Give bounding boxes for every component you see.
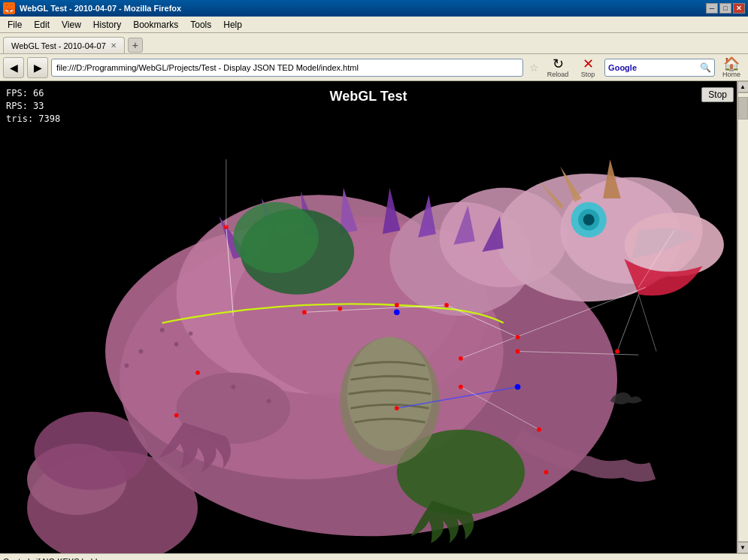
scrollbar-thumb[interactable] [738,97,748,120]
bookmark-star-button[interactable]: ☆ [526,59,541,77]
firefox-icon: 🦊 [3,2,15,14]
maximize-button[interactable]: □ [719,3,731,14]
menubar: File Edit View History Bookmarks Tools H… [0,17,748,33]
reload-icon: ↻ [553,57,564,71]
search-input[interactable] [638,60,698,75]
tabbar: WebGL Test - 2010-04-07 ✕ + [0,33,748,54]
svg-point-21 [347,337,432,450]
page-title: WebGL Test [329,89,407,104]
svg-point-24 [189,331,193,336]
stop-overlay-button[interactable]: Stop [701,87,734,102]
menu-tools[interactable]: Tools [184,18,217,32]
window-controls: ─ □ ✕ [706,3,745,14]
stats-overlay: FPS: 66 RPS: 33 tris: 7398 [6,87,60,125]
scroll-up-button[interactable]: ▲ [737,81,749,92]
active-tab[interactable]: WebGL Test - 2010-04-07 ✕ [3,37,125,53]
svg-point-39 [338,307,342,311]
tab-close-button[interactable]: ✕ [111,41,117,50]
menu-bookmarks[interactable]: Bookmarks [127,18,184,32]
rps-display: RPS: 33 [6,100,60,113]
new-tab-button[interactable]: + [128,38,143,53]
webgl-canvas[interactable]: FPS: 66 RPS: 33 tris: 7398 WebGL Test St… [0,81,737,553]
svg-point-52 [394,310,400,316]
svg-point-17 [233,202,318,274]
menu-view[interactable]: View [56,18,87,32]
url-bar[interactable] [51,59,523,77]
svg-point-27 [231,385,235,389]
google-logo: Google [608,63,637,72]
reload-label: Reload [547,71,569,78]
titlebar: 🦊 WebGL Test - 2010-04-07 - Mozilla Fire… [0,0,748,17]
svg-point-50 [174,413,179,418]
stop-button[interactable]: ✕ Stop [574,57,601,78]
back-icon: ◀ [10,62,18,74]
svg-point-44 [459,356,463,361]
forward-icon: ▶ [34,62,42,74]
window-title: WebGL Test - 2010-04-07 - Mozilla Firefo… [20,4,706,13]
svg-point-42 [516,335,520,340]
tris-display: tris: 7398 [6,113,60,126]
fps-display: FPS: 66 [6,87,60,100]
status-text: Controls if NO KEYS held: [3,557,99,561]
webgl-content: FPS: 66 RPS: 33 tris: 7398 WebGL Test St… [0,81,737,553]
minimize-button[interactable]: ─ [706,3,718,14]
svg-point-47 [459,385,463,389]
svg-point-40 [395,303,399,307]
menu-file[interactable]: File [2,18,28,32]
close-button[interactable]: ✕ [733,3,745,14]
home-icon: 🏠 [723,57,740,71]
svg-point-41 [444,303,449,307]
svg-point-25 [139,350,144,354]
navbar: ◀ ▶ ☆ ↻ Reload ✕ Stop Google 🔍 🏠 Home [0,54,748,81]
tab-label: WebGL Test - 2010-04-07 [11,41,106,50]
svg-point-23 [174,342,179,347]
dragon-svg [0,81,737,553]
svg-point-49 [195,371,200,375]
svg-point-43 [395,406,399,410]
svg-point-51 [544,470,549,474]
menu-edit[interactable]: Edit [28,18,56,32]
svg-point-22 [160,328,165,332]
stop-canvas-button[interactable]: Stop [701,87,734,102]
home-button[interactable]: 🏠 Home [718,57,745,78]
menu-history[interactable]: History [87,18,127,32]
svg-point-38 [302,310,307,315]
stop-icon: ✕ [583,57,594,71]
dragon-scene: FPS: 66 RPS: 33 tris: 7398 WebGL Test St… [0,81,737,553]
svg-point-53 [515,384,521,390]
back-button[interactable]: ◀ [3,57,24,78]
scroll-down-button[interactable]: ▼ [737,542,749,553]
svg-point-28 [267,399,271,404]
menu-help[interactable]: Help [217,18,248,32]
svg-point-45 [516,350,520,354]
reload-button[interactable]: ↻ Reload [544,57,571,78]
svg-point-15 [583,214,595,226]
svg-point-48 [537,428,541,432]
home-label: Home [722,71,740,78]
scrollbar-track[interactable] [737,92,749,542]
stop-label: Stop [581,71,595,78]
statusbar: Controls if NO KEYS held: [0,553,748,560]
forward-button[interactable]: ▶ [27,57,48,78]
search-bar: Google 🔍 [604,59,715,77]
scrollbar-right: ▲ ▼ [737,81,748,553]
content-wrapper: FPS: 66 RPS: 33 tris: 7398 WebGL Test St… [0,81,748,553]
svg-point-46 [615,350,619,354]
svg-point-26 [125,363,129,368]
search-icon[interactable]: 🔍 [700,62,711,73]
